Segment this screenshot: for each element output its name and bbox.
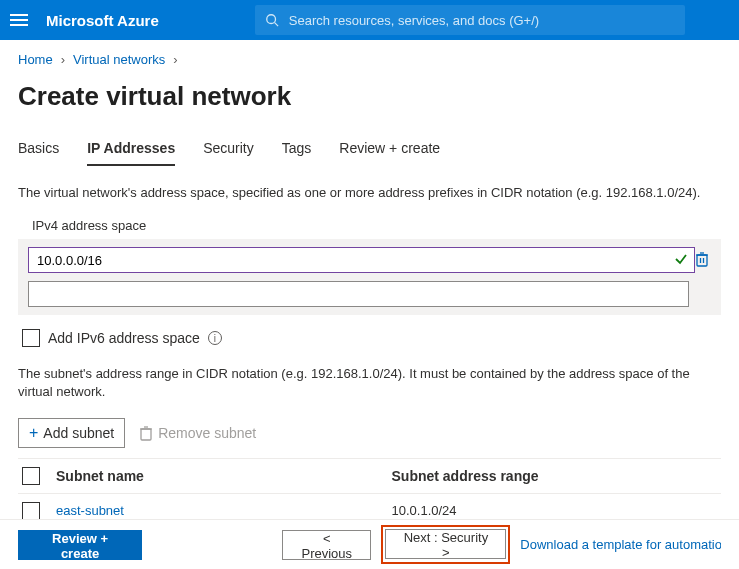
- breadcrumb-home[interactable]: Home: [18, 52, 53, 67]
- svg-rect-2: [697, 255, 707, 266]
- select-all-checkbox[interactable]: [22, 467, 40, 485]
- search-container: [255, 5, 685, 35]
- col-header-name: Subnet name: [56, 468, 382, 484]
- info-icon[interactable]: i: [208, 331, 222, 345]
- previous-button[interactable]: < Previous: [282, 530, 371, 560]
- add-subnet-button[interactable]: + Add subnet: [18, 418, 125, 448]
- address-space-input[interactable]: [28, 247, 695, 273]
- address-space-input[interactable]: [28, 281, 689, 307]
- subnet-range-value: 10.0.1.0/24: [392, 503, 718, 518]
- hamburger-menu-icon[interactable]: [10, 10, 30, 30]
- ipv6-checkbox[interactable]: [22, 329, 40, 347]
- ipv6-label: Add IPv6 address space: [48, 330, 200, 346]
- chevron-right-icon: ›: [61, 52, 65, 67]
- tab-basics[interactable]: Basics: [18, 140, 59, 166]
- next-security-button[interactable]: Next : Security >: [385, 529, 506, 559]
- download-template-link[interactable]: Download a template for automation: [520, 537, 721, 552]
- page-title: Create virtual network: [18, 81, 721, 112]
- tab-strip: Basics IP Addresses Security Tags Review…: [18, 140, 721, 166]
- search-input[interactable]: [255, 5, 685, 35]
- tab-ip-addresses[interactable]: IP Addresses: [87, 140, 175, 166]
- breadcrumb: Home › Virtual networks ›: [18, 52, 721, 67]
- address-space-row: [28, 281, 711, 307]
- svg-line-1: [274, 23, 278, 27]
- wizard-footer: Review + create < Previous Next : Securi…: [0, 519, 739, 569]
- review-create-button[interactable]: Review + create: [18, 530, 142, 560]
- search-icon: [265, 13, 279, 27]
- remove-subnet-label: Remove subnet: [158, 425, 256, 441]
- svg-point-0: [267, 15, 276, 24]
- address-space-row: [28, 247, 711, 273]
- tab-security[interactable]: Security: [203, 140, 254, 166]
- remove-subnet-button: Remove subnet: [139, 425, 256, 441]
- svg-rect-9: [141, 429, 151, 440]
- col-header-range: Subnet address range: [392, 468, 718, 484]
- add-subnet-label: Add subnet: [43, 425, 114, 441]
- breadcrumb-vnets[interactable]: Virtual networks: [73, 52, 165, 67]
- subnet-table: Subnet name Subnet address range east-su…: [18, 458, 721, 529]
- ipv4-address-space-label: IPv4 address space: [32, 218, 721, 233]
- plus-icon: +: [29, 424, 38, 442]
- subnet-description: The subnet's address range in CIDR notat…: [18, 365, 721, 401]
- address-space-list: [18, 239, 721, 315]
- delete-icon[interactable]: [695, 251, 711, 269]
- subnet-toolbar: + Add subnet Remove subnet: [18, 418, 721, 448]
- next-button-highlight: Next : Security >: [381, 525, 510, 564]
- tab-tags[interactable]: Tags: [282, 140, 312, 166]
- chevron-right-icon: ›: [173, 52, 177, 67]
- subnet-name-link[interactable]: east-subnet: [56, 503, 124, 518]
- delete-icon: [139, 425, 153, 441]
- ipv6-checkbox-row: Add IPv6 address space i: [22, 329, 721, 347]
- azure-top-bar: Microsoft Azure: [0, 0, 739, 40]
- checkmark-icon: [673, 251, 689, 270]
- tab-review-create[interactable]: Review + create: [339, 140, 440, 166]
- brand-label: Microsoft Azure: [46, 12, 159, 29]
- subnet-table-header: Subnet name Subnet address range: [18, 458, 721, 494]
- subnet-row-checkbox[interactable]: [22, 502, 40, 520]
- addr-space-description: The virtual network's address space, spe…: [18, 184, 721, 202]
- svg-rect-7: [697, 289, 707, 300]
